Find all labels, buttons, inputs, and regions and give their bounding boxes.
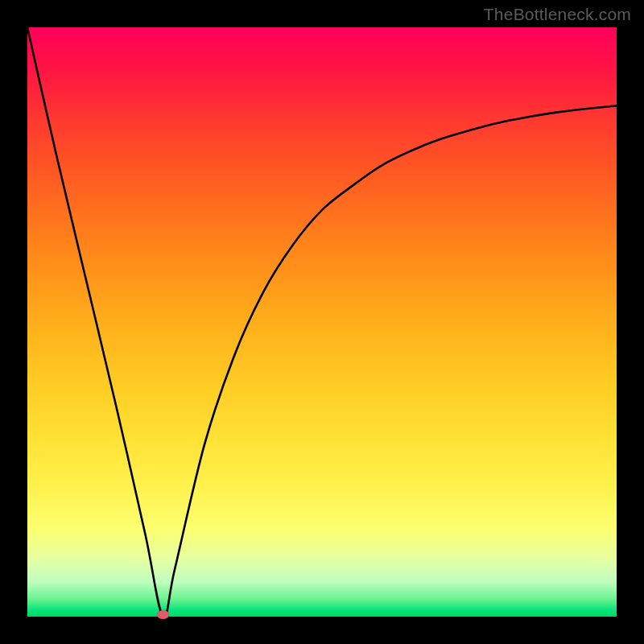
bottleneck-curve bbox=[27, 27, 617, 617]
attribution-label: TheBottleneck.com bbox=[484, 5, 631, 24]
plot-frame: TheBottleneck.com bbox=[0, 0, 644, 644]
plot-area bbox=[27, 27, 617, 617]
dip-marker bbox=[157, 610, 169, 619]
